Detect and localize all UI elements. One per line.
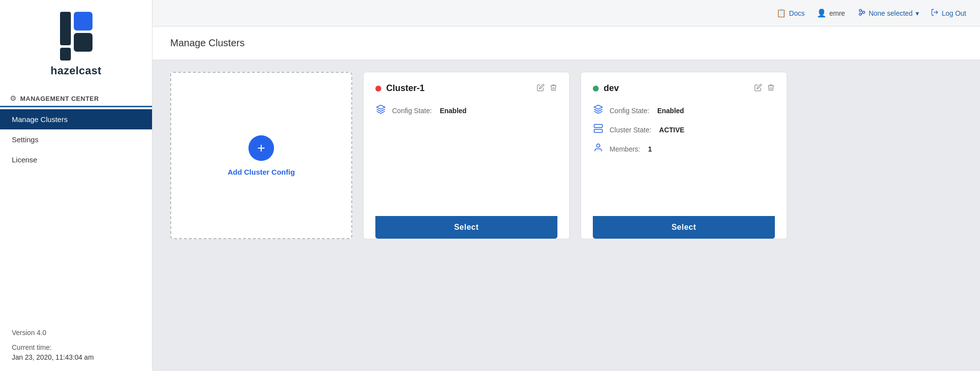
select-button-1[interactable]: Select	[593, 216, 775, 239]
delete-icon-0[interactable]	[550, 84, 557, 93]
content: Manage Clusters + Add Cluster Config Clu…	[153, 27, 980, 371]
version-label: Version 4.0	[12, 329, 140, 337]
sidebar-nav: Manage Clusters Settings License	[0, 109, 152, 170]
members-value-1: 1	[648, 145, 652, 153]
logo-text: hazelcast	[51, 64, 102, 77]
logout-icon	[931, 8, 939, 18]
sidebar-item-license[interactable]: License	[0, 150, 152, 170]
user-icon: 👤	[817, 8, 827, 18]
cluster-state-value-1: ACTIVE	[659, 126, 684, 134]
config-state-label-0: Config State:	[392, 107, 432, 115]
gear-icon: ⚙	[10, 94, 16, 103]
page-title: Manage Clusters	[170, 37, 962, 49]
svg-line-3	[861, 10, 862, 11]
logo-bar-short	[60, 48, 71, 61]
topbar: 📋 Docs 👤 emre None selected ▾ Log O	[153, 0, 980, 27]
cluster-selector[interactable]: None selected ▾	[857, 8, 919, 19]
logo-square-blue	[74, 12, 92, 31]
cluster-selector-icon	[857, 8, 866, 19]
edit-icon-1[interactable]	[754, 84, 762, 93]
username: emre	[829, 9, 845, 17]
sidebar-management-section: ⚙ MANAGEMENT CENTER	[0, 85, 152, 106]
svg-point-1	[859, 13, 861, 15]
page-header: Manage Clusters	[153, 27, 980, 60]
main: 📋 Docs 👤 emre None selected ▾ Log O	[153, 0, 980, 371]
user-label: 👤 emre	[817, 8, 845, 18]
clusters-grid: + Add Cluster Config Cluster-1	[153, 72, 980, 257]
server-icon-1	[593, 124, 604, 136]
delete-icon-1[interactable]	[767, 84, 775, 93]
status-dot-green	[593, 86, 599, 92]
status-dot-red	[375, 86, 381, 92]
docs-link[interactable]: 📋 Docs	[776, 8, 805, 18]
svg-marker-6	[377, 105, 385, 109]
current-time-label: Current time:	[12, 343, 140, 351]
docs-icon: 📋	[776, 8, 786, 18]
cluster-info-1: Config State: Enabled Cluster State: ACT…	[593, 104, 775, 155]
cluster-state-label-1: Cluster State:	[610, 126, 651, 134]
svg-marker-7	[594, 105, 603, 109]
sidebar-footer: Version 4.0 Current time: Jan 23, 2020, …	[0, 319, 152, 371]
logo-icon	[60, 12, 92, 61]
select-button-0[interactable]: Select	[375, 216, 557, 239]
svg-point-0	[859, 9, 861, 12]
layers-icon-0	[375, 104, 386, 117]
members-icon-1	[593, 143, 604, 155]
docs-label: Docs	[789, 9, 805, 17]
cluster-card-header-1: dev	[593, 83, 775, 93]
chevron-down-icon: ▾	[916, 9, 919, 17]
sidebar-item-settings[interactable]: Settings	[0, 129, 152, 150]
sidebar-divider	[0, 106, 152, 107]
svg-rect-8	[594, 124, 603, 128]
config-state-value-0: Enabled	[440, 107, 466, 115]
cluster-info-0: Config State: Enabled	[375, 104, 557, 117]
cluster-card-0: Cluster-1	[363, 72, 570, 239]
cluster-selector-label: None selected	[869, 9, 913, 17]
logo-square-dark	[74, 33, 92, 52]
layers-icon-1	[593, 104, 604, 117]
edit-icon-0[interactable]	[537, 84, 545, 93]
sidebar: hazelcast ⚙ MANAGEMENT CENTER Manage Clu…	[0, 0, 153, 371]
config-state-value-1: Enabled	[657, 107, 684, 115]
svg-point-12	[597, 144, 600, 148]
sidebar-item-manage-clusters[interactable]: Manage Clusters	[0, 109, 152, 129]
svg-rect-9	[594, 129, 603, 133]
cluster-name-1: dev	[604, 83, 619, 93]
cluster-name-0: Cluster-1	[386, 83, 425, 93]
svg-line-4	[861, 13, 862, 14]
cluster-card-1: dev	[581, 72, 787, 239]
add-cluster-card[interactable]: + Add Cluster Config	[170, 72, 352, 239]
cluster-card-header-0: Cluster-1	[375, 83, 557, 93]
logo-bar-tall	[60, 12, 71, 45]
members-label-1: Members:	[610, 145, 640, 153]
logo-area: hazelcast	[0, 0, 152, 85]
logout-label: Log Out	[942, 9, 966, 17]
sidebar-section-label: MANAGEMENT CENTER	[20, 95, 99, 102]
add-cluster-label: Add Cluster Config	[228, 168, 295, 176]
config-state-label-1: Config State:	[610, 107, 649, 115]
svg-point-2	[862, 11, 865, 13]
logout-link[interactable]: Log Out	[931, 8, 966, 18]
add-circle-icon: +	[248, 135, 274, 161]
current-time-value: Jan 23, 2020, 11:43:04 am	[12, 353, 140, 361]
